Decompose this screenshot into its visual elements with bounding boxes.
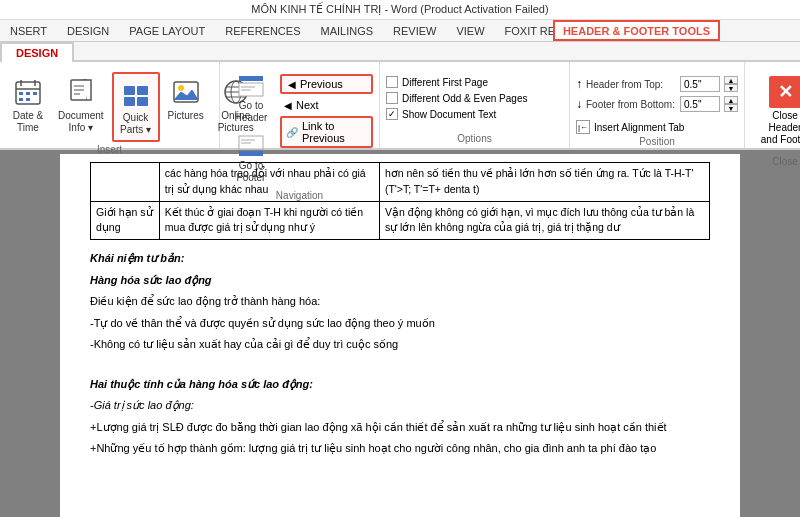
position-group-label: Position [576, 134, 738, 147]
svg-rect-5 [26, 92, 30, 95]
svg-rect-6 [33, 92, 37, 95]
insert-alignment-tab-label: Insert Alignment Tab [594, 122, 684, 133]
pictures-icon [170, 76, 202, 108]
show-doc-text-checkbox[interactable]: ✓ Show Document Text [386, 108, 527, 120]
tab-review[interactable]: REVIEW [383, 20, 446, 41]
link-to-previous-label: Link to Previous [302, 120, 367, 144]
document-info-button[interactable]: DocumentInfo ▾ [52, 72, 110, 138]
next-icon: ◀ [284, 100, 292, 111]
svg-rect-4 [19, 92, 23, 95]
main-ribbon: Date &Time DocumentInfo ▾ QuickParts ▾ P… [0, 62, 800, 150]
options-group-label: Options [386, 131, 563, 144]
table-row: các hàng hóa trao đổi với nhau phải có g… [91, 163, 710, 202]
document-page: các hàng hóa trao đổi với nhau phải có g… [60, 154, 740, 517]
header-top-spin-up[interactable]: ▲ [724, 76, 738, 84]
date-time-icon [12, 76, 44, 108]
document-text: Khái niệm tư bản: Hàng hóa sức lao động … [90, 250, 710, 458]
navigation-group-label: Navigation [226, 188, 373, 201]
insert-group: Date &Time DocumentInfo ▾ QuickParts ▾ P… [0, 62, 220, 148]
previous-label: Previous [300, 78, 343, 90]
tab-insert[interactable]: NSERT [0, 20, 57, 41]
footer-from-bottom-row: ↓ Footer from Bottom: ▲ ▼ [576, 96, 738, 112]
next-button[interactable]: ◀ Next [280, 97, 373, 113]
show-doc-text-label: Show Document Text [402, 109, 496, 120]
kn-tu-ban: Khái niệm tư bản: [90, 250, 710, 268]
svg-rect-24 [239, 76, 263, 81]
alignment-tab-icon: |← [576, 120, 590, 134]
header-from-top-row: ↑ Header from Top: ▲ ▼ [576, 76, 738, 92]
previous-button[interactable]: ◀ Previous [280, 74, 373, 94]
footer-from-bottom-icon: ↓ [576, 97, 582, 111]
svg-rect-7 [19, 98, 23, 101]
quick-parts-icon [120, 78, 152, 110]
go-to-header-button[interactable]: Go toHeader [226, 70, 276, 128]
close-group-label: Close [751, 154, 800, 167]
title-bar: MÔN KINH TẾ CHÍNH TRỊ - Word (Product Ac… [0, 0, 800, 20]
table-cell-2-2: Kết thúc ở giai đoạn T-H khi người có ti… [159, 201, 379, 240]
design-tab-row: DESIGN [0, 42, 800, 62]
svg-rect-8 [26, 98, 30, 101]
close-header-footer-label: Close Headerand Footer [759, 110, 800, 146]
header-from-top-label: Header from Top: [586, 79, 676, 90]
tab-view[interactable]: VIEW [446, 20, 494, 41]
quick-parts-button[interactable]: QuickParts ▾ [112, 72, 160, 142]
different-odd-even-label: Different Odd & Even Pages [402, 93, 527, 104]
go-to-footer-label: Go toFooter [237, 160, 266, 184]
insert-alignment-tab-button[interactable]: |← Insert Alignment Tab [576, 120, 738, 134]
date-time-button[interactable]: Date &Time [6, 72, 50, 138]
different-first-label: Different First Page [402, 77, 488, 88]
different-odd-even-checkbox[interactable]: Different Odd & Even Pages [386, 92, 527, 104]
insert-group-label: Insert [6, 142, 213, 155]
pictures-button[interactable]: Pictures [162, 72, 210, 126]
ribbon-tabs-row: NSERT DESIGN PAGE LAYOUT REFERENCES MAIL… [0, 20, 800, 42]
go-to-header-label: Go toHeader [235, 100, 268, 124]
different-first-checkbox[interactable]: Different First Page [386, 76, 527, 88]
close-group: ✕ Close Headerand Footer Close [745, 62, 800, 148]
table-cell-1-1 [91, 163, 160, 202]
content-table: các hàng hóa trao đổi với nhau phải có g… [90, 162, 710, 240]
nhung-yeu-to-para: +Những yếu tố hợp thành gồm: lượng giá t… [90, 440, 710, 458]
tab-design[interactable]: DESIGN [57, 20, 119, 41]
header-from-top-spinner[interactable]: ▲ ▼ [724, 76, 738, 92]
pictures-label: Pictures [168, 110, 204, 122]
tab-mailings[interactable]: MAILINGS [310, 20, 383, 41]
link-to-previous-button[interactable]: 🔗 Link to Previous [280, 116, 373, 148]
design-active-tab[interactable]: DESIGN [0, 42, 74, 62]
table-cell-1-3: hơn nên số tiền thu về phải lớn hơn số t… [379, 163, 709, 202]
hhsld-heading: Hàng hóa sức lao động [90, 272, 710, 290]
different-odd-even-checkbox-box[interactable] [386, 92, 398, 104]
document-info-icon [65, 76, 97, 108]
bullet1-para: -Tự do về thân thể và được quyền sử dụng… [90, 315, 710, 333]
hf-tools-label: HEADER & FOOTER TOOLS [563, 25, 710, 37]
close-header-footer-button[interactable]: ✕ Close Headerand Footer [751, 68, 800, 154]
tab-page-layout[interactable]: PAGE LAYOUT [119, 20, 215, 41]
svg-rect-14 [137, 86, 148, 95]
link-icon: 🔗 [286, 127, 298, 138]
quick-parts-label: QuickParts ▾ [120, 112, 151, 136]
footer-bottom-spin-down[interactable]: ▼ [724, 104, 738, 112]
table-cell-2-1: Giới hạn sử dụng [91, 201, 160, 240]
options-group: Different First Page Different Odd & Eve… [380, 62, 570, 148]
footer-from-bottom-label: Footer from Bottom: [586, 99, 676, 110]
luong-gt-para: +Lượng giá trị SLĐ được đo bằng thời gia… [90, 419, 710, 437]
next-label: Next [296, 99, 319, 111]
document-area: các hàng hóa trao đổi với nhau phải có g… [0, 150, 800, 517]
dkien-para: Điều kiện để sức lao động trở thành hàng… [90, 293, 710, 311]
header-top-spin-down[interactable]: ▼ [724, 84, 738, 92]
go-to-footer-button[interactable]: Go toFooter [226, 130, 276, 188]
header-from-top-input[interactable] [680, 76, 720, 92]
footer-from-bottom-input[interactable] [680, 96, 720, 112]
go-to-footer-icon [235, 134, 267, 158]
svg-rect-13 [124, 86, 135, 95]
previous-icon: ◀ [288, 79, 296, 90]
svg-point-18 [178, 85, 184, 91]
footer-bottom-spinner[interactable]: ▲ ▼ [724, 96, 738, 112]
document-info-label: DocumentInfo ▾ [58, 110, 104, 134]
footer-bottom-spin-up[interactable]: ▲ [724, 96, 738, 104]
table-row: Giới hạn sử dụng Kết thúc ở giai đoạn T-… [91, 201, 710, 240]
different-first-checkbox-box[interactable] [386, 76, 398, 88]
go-to-header-icon [235, 74, 267, 98]
header-from-top-icon: ↑ [576, 77, 582, 91]
show-doc-text-checkbox-box[interactable]: ✓ [386, 108, 398, 120]
tab-references[interactable]: REFERENCES [215, 20, 310, 41]
